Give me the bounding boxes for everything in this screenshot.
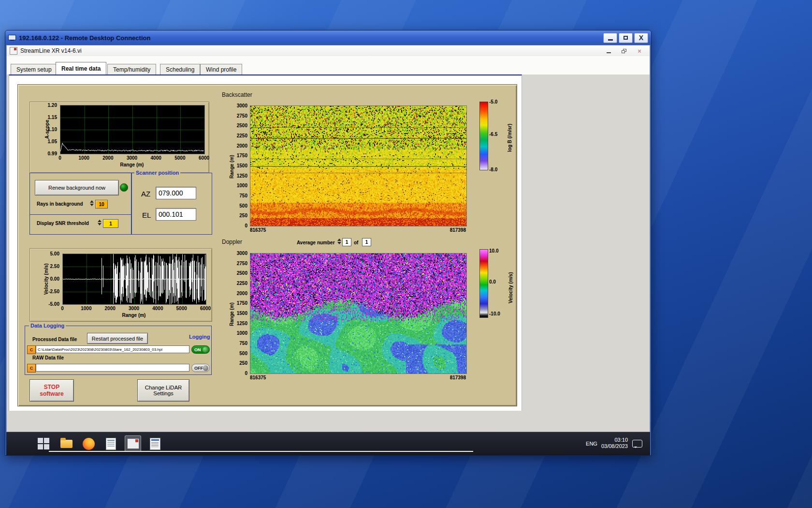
velocity-chart: Velocity (m/s) 5.002.500.00-2.50-5.00 01… [29,248,212,322]
velocity-x-ticks: 0100020003000400050006000 [62,306,205,312]
tab-system-setup[interactable]: System setup [11,64,58,75]
snr-spinner[interactable] [97,219,102,226]
taskbar-firefox[interactable] [80,435,97,452]
close-icon: X [639,34,643,41]
snr-value-field[interactable]: 1 [103,219,118,228]
toggle-knob [203,347,208,353]
rdp-window-title: 192.168.0.122 - Remote Desktop Connectio… [19,34,602,42]
average-number-field[interactable]: 1 [342,238,351,246]
close-icon: × [638,48,641,54]
change-lidar-settings-button[interactable]: Change LiDAR Settings [137,379,189,402]
average-number-spinner[interactable] [336,238,342,245]
language-label: ENG [586,441,597,447]
tick-label: 1500 [237,163,247,168]
colorbar-min-label: -8.0 [489,167,497,172]
tick-label: 500 [239,350,247,356]
tick-label: 250 [239,360,247,366]
taskbar-streamline-app[interactable] [125,435,141,452]
rays-in-background-label: Rays in background [37,201,83,207]
processed-path-drive-button[interactable]: C [27,345,36,354]
data-logging-box: Data Logging Processed Data file Restart… [25,326,212,375]
taskbar-date: 03/08/2023 [601,443,628,449]
raw-path-drive-button[interactable]: C [27,364,36,373]
raw-path-field[interactable] [36,364,189,372]
processed-data-file-label: Processed Data file [32,337,77,342]
tab-temp-humidity[interactable]: Temp/humidity [107,64,156,75]
taskbar-clock[interactable]: 03:10 03/08/2023 [601,437,628,449]
remote-session-area: StreamLine XR v14-6.vi × System setup Re… [6,45,650,455]
doppler-colorbar-labels: 10.0 0.0 -10.0 [489,249,508,317]
tick-label: -5.00 [48,301,59,307]
data-logging-title: Data Logging [29,323,66,329]
taskbar-time: 03:10 [601,437,628,443]
average-number-label: Average number [297,240,335,245]
rdp-minimize-button[interactable] [603,33,617,43]
ascope-chart: A-scope 1.201.151.101.050.99 01000200030… [29,102,209,173]
taskbar-document-app[interactable] [102,435,119,452]
tab-scheduling[interactable]: Scheduling [160,64,200,75]
el-value-field[interactable]: 000.101 [156,208,196,221]
tick-label: 5.00 [50,251,59,256]
rays-spinner[interactable] [89,199,94,207]
stop-software-button[interactable]: STOP software [29,379,74,402]
tick-label: 250 [239,213,247,218]
az-label: AZ [141,190,150,198]
processed-logging-toggle[interactable]: ON [191,345,210,354]
tick-label: 750 [239,341,247,346]
of-label: of [354,240,358,245]
restart-processed-file-button[interactable]: Restart processed file [87,333,148,344]
scanner-position-title: Scanner position [134,170,180,176]
tick-label: 1.15 [48,115,57,120]
app-minimize-button[interactable] [601,46,616,55]
velocity-plot-canvas [62,254,206,305]
notifications-icon[interactable] [632,440,642,448]
language-indicator[interactable]: ENG [584,435,599,452]
ascope-y-ticks: 1.201.151.101.050.99 [30,105,58,153]
background-controls-box: Renew background now Rays in background … [29,173,132,235]
tab-real-time-data[interactable]: Real time data [56,62,106,75]
tick-label: 2000 [237,290,247,296]
tick-label: 6000 [199,155,209,161]
app-window-title: StreamLine XR v14-6.vi [20,47,600,54]
start-button[interactable] [35,435,52,452]
tick-label: 2000 [105,306,116,311]
tick-label: 3000 [237,251,247,256]
tick-label: 0.00 [50,276,59,282]
toggle-off-label: OFF [194,366,203,371]
tick-label: 5000 [176,306,187,311]
colorbar-mid-label: 0.0 [489,279,496,284]
rdp-maximize-button[interactable] [619,33,633,43]
front-panel: A-scope 1.201.151.101.050.99 01000200030… [17,84,517,406]
processed-path-field[interactable]: C:\Lidar\Data\Proc\2023\202308\20230803\… [36,345,189,353]
taskbar-file-explorer[interactable] [58,435,74,452]
app-close-button[interactable]: × [632,46,647,55]
rdp-close-button[interactable]: X [634,33,648,43]
start-icon [38,438,49,449]
document-icon [106,438,116,450]
tick-label: 1.20 [48,103,57,108]
backscatter-colorbar-axis-label: log B (/m/sr) [507,114,512,162]
controls-divider [30,214,131,215]
restore-icon [622,49,626,53]
tab-wind-profile[interactable]: Wind profile [200,64,242,75]
taskbar-scan-scheduler[interactable] [147,435,163,452]
app-titlebar[interactable]: StreamLine XR v14-6.vi × [7,45,650,57]
renew-background-led [120,183,128,192]
renew-background-button[interactable]: Renew background now [35,180,119,195]
rays-value-field[interactable]: 10 [95,200,108,209]
el-label: EL [142,211,151,219]
app-restore-button[interactable] [617,46,631,55]
tick-label: 750 [239,193,247,198]
toggle-on-label: ON [194,347,201,352]
colorbar-min-label: -10.0 [489,311,500,316]
average-total-field[interactable]: 1 [362,238,371,246]
rdp-titlebar[interactable]: 192.168.0.122 - Remote Desktop Connectio… [5,30,651,45]
snr-threshold-label: Display SNR threshold [37,221,89,226]
raw-logging-toggle[interactable]: OFF [191,364,210,372]
remote-taskbar: ENG 03:10 03/08/2023 [6,432,650,455]
tick-label: 1000 [81,306,91,311]
doppler-colorbar [479,249,488,318]
tick-label: 0 [58,155,61,161]
az-value-field[interactable]: 079.000 [156,187,196,199]
tick-label: 0 [245,371,247,376]
